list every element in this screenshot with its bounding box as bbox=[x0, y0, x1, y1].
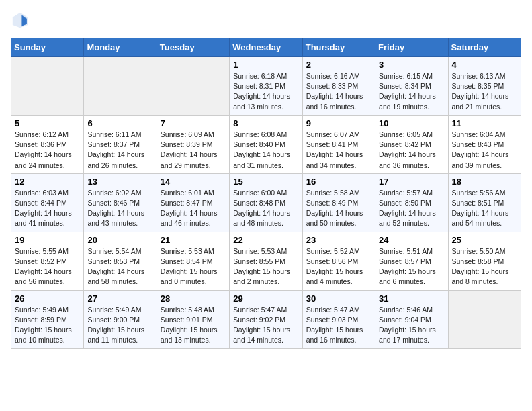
calendar-day-cell bbox=[84, 57, 157, 116]
day-info: Sunrise: 5:56 AM Sunset: 8:51 PM Dayligh… bbox=[452, 188, 517, 229]
day-number: 18 bbox=[452, 177, 517, 187]
calendar-table: SundayMondayTuesdayWednesdayThursdayFrid… bbox=[11, 38, 521, 349]
day-info: Sunrise: 6:00 AM Sunset: 8:48 PM Dayligh… bbox=[233, 188, 298, 229]
day-number: 16 bbox=[306, 177, 371, 187]
day-number: 19 bbox=[15, 235, 80, 245]
day-number: 14 bbox=[161, 177, 226, 187]
calendar-day-cell: 2Sunrise: 6:16 AM Sunset: 8:33 PM Daylig… bbox=[302, 57, 375, 116]
calendar-day-cell: 3Sunrise: 6:15 AM Sunset: 8:34 PM Daylig… bbox=[375, 57, 448, 116]
day-number: 6 bbox=[87, 118, 152, 128]
day-info: Sunrise: 6:12 AM Sunset: 8:36 PM Dayligh… bbox=[15, 130, 80, 171]
day-info: Sunrise: 5:48 AM Sunset: 9:01 PM Dayligh… bbox=[161, 305, 226, 346]
day-number: 20 bbox=[87, 235, 152, 245]
calendar-day-cell: 14Sunrise: 6:01 AM Sunset: 8:47 PM Dayli… bbox=[157, 173, 229, 232]
day-number: 2 bbox=[306, 60, 371, 70]
day-info: Sunrise: 5:49 AM Sunset: 9:00 PM Dayligh… bbox=[87, 305, 152, 346]
day-info: Sunrise: 5:54 AM Sunset: 8:53 PM Dayligh… bbox=[87, 246, 152, 287]
day-info: Sunrise: 6:16 AM Sunset: 8:33 PM Dayligh… bbox=[306, 71, 371, 112]
day-info: Sunrise: 6:02 AM Sunset: 8:46 PM Dayligh… bbox=[87, 188, 152, 229]
day-number: 30 bbox=[306, 293, 371, 304]
calendar-day-cell: 13Sunrise: 6:02 AM Sunset: 8:46 PM Dayli… bbox=[84, 173, 157, 232]
calendar-day-cell: 31Sunrise: 5:46 AM Sunset: 9:04 PM Dayli… bbox=[375, 290, 448, 349]
day-number: 10 bbox=[379, 118, 444, 128]
calendar-day-cell: 8Sunrise: 6:08 AM Sunset: 8:40 PM Daylig… bbox=[230, 115, 302, 173]
day-number: 4 bbox=[452, 60, 517, 70]
calendar-day-cell: 21Sunrise: 5:53 AM Sunset: 8:54 PM Dayli… bbox=[157, 232, 229, 290]
calendar-day-cell: 19Sunrise: 5:55 AM Sunset: 8:52 PM Dayli… bbox=[11, 232, 84, 290]
calendar-day-cell: 27Sunrise: 5:49 AM Sunset: 9:00 PM Dayli… bbox=[84, 290, 157, 349]
day-info: Sunrise: 6:07 AM Sunset: 8:41 PM Dayligh… bbox=[306, 130, 371, 171]
day-number: 8 bbox=[233, 118, 298, 128]
calendar-day-cell: 4Sunrise: 6:13 AM Sunset: 8:35 PM Daylig… bbox=[448, 57, 521, 116]
page-header bbox=[11, 11, 521, 30]
day-number: 13 bbox=[87, 177, 152, 187]
day-of-week-header: Sunday bbox=[11, 38, 84, 57]
day-info: Sunrise: 5:58 AM Sunset: 8:49 PM Dayligh… bbox=[306, 188, 371, 229]
calendar-day-cell: 29Sunrise: 5:47 AM Sunset: 9:02 PM Dayli… bbox=[230, 290, 302, 349]
day-info: Sunrise: 6:04 AM Sunset: 8:43 PM Dayligh… bbox=[452, 130, 517, 171]
calendar-day-cell: 28Sunrise: 5:48 AM Sunset: 9:01 PM Dayli… bbox=[157, 290, 229, 349]
day-info: Sunrise: 6:09 AM Sunset: 8:39 PM Dayligh… bbox=[161, 130, 226, 171]
day-of-week-header: Saturday bbox=[448, 38, 521, 57]
day-number: 25 bbox=[452, 235, 517, 245]
day-of-week-header: Thursday bbox=[302, 38, 375, 57]
calendar-day-cell: 7Sunrise: 6:09 AM Sunset: 8:39 PM Daylig… bbox=[157, 115, 229, 173]
day-info: Sunrise: 6:08 AM Sunset: 8:40 PM Dayligh… bbox=[233, 130, 298, 171]
calendar-day-cell: 24Sunrise: 5:51 AM Sunset: 8:57 PM Dayli… bbox=[375, 232, 448, 290]
day-info: Sunrise: 6:01 AM Sunset: 8:47 PM Dayligh… bbox=[161, 188, 226, 229]
day-number: 3 bbox=[379, 60, 444, 70]
calendar-week-row: 1Sunrise: 6:18 AM Sunset: 8:31 PM Daylig… bbox=[11, 57, 521, 116]
day-number: 29 bbox=[233, 293, 298, 304]
day-info: Sunrise: 5:47 AM Sunset: 9:02 PM Dayligh… bbox=[233, 305, 298, 346]
day-number: 5 bbox=[15, 118, 80, 128]
day-of-week-header: Monday bbox=[84, 38, 157, 57]
calendar-day-cell: 20Sunrise: 5:54 AM Sunset: 8:53 PM Dayli… bbox=[84, 232, 157, 290]
calendar-day-cell: 11Sunrise: 6:04 AM Sunset: 8:43 PM Dayli… bbox=[448, 115, 521, 173]
day-info: Sunrise: 5:57 AM Sunset: 8:50 PM Dayligh… bbox=[379, 188, 444, 229]
day-number: 1 bbox=[233, 60, 298, 70]
calendar-day-cell: 30Sunrise: 5:47 AM Sunset: 9:03 PM Dayli… bbox=[302, 290, 375, 349]
day-info: Sunrise: 5:47 AM Sunset: 9:03 PM Dayligh… bbox=[306, 305, 371, 346]
day-info: Sunrise: 5:49 AM Sunset: 8:59 PM Dayligh… bbox=[15, 305, 80, 346]
calendar-day-cell: 16Sunrise: 5:58 AM Sunset: 8:49 PM Dayli… bbox=[302, 173, 375, 232]
day-number: 28 bbox=[161, 293, 226, 304]
day-number: 11 bbox=[452, 118, 517, 128]
calendar-week-row: 26Sunrise: 5:49 AM Sunset: 8:59 PM Dayli… bbox=[11, 290, 521, 349]
day-info: Sunrise: 6:15 AM Sunset: 8:34 PM Dayligh… bbox=[379, 71, 444, 112]
day-number: 31 bbox=[379, 293, 444, 304]
calendar-day-cell: 17Sunrise: 5:57 AM Sunset: 8:50 PM Dayli… bbox=[375, 173, 448, 232]
day-of-week-header: Friday bbox=[375, 38, 448, 57]
calendar-day-cell: 23Sunrise: 5:52 AM Sunset: 8:56 PM Dayli… bbox=[302, 232, 375, 290]
day-number: 15 bbox=[233, 177, 298, 187]
calendar-day-cell: 5Sunrise: 6:12 AM Sunset: 8:36 PM Daylig… bbox=[11, 115, 84, 173]
day-number: 7 bbox=[161, 118, 226, 128]
day-number: 12 bbox=[15, 177, 80, 187]
day-info: Sunrise: 6:18 AM Sunset: 8:31 PM Dayligh… bbox=[233, 71, 298, 112]
calendar-day-cell bbox=[157, 57, 229, 116]
day-number: 23 bbox=[306, 235, 371, 245]
logo bbox=[11, 11, 32, 30]
day-number: 24 bbox=[379, 235, 444, 245]
day-info: Sunrise: 6:11 AM Sunset: 8:37 PM Dayligh… bbox=[87, 130, 152, 171]
day-info: Sunrise: 6:13 AM Sunset: 8:35 PM Dayligh… bbox=[452, 71, 517, 112]
day-number: 17 bbox=[379, 177, 444, 187]
calendar-day-cell: 12Sunrise: 6:03 AM Sunset: 8:44 PM Dayli… bbox=[11, 173, 84, 232]
calendar-day-cell: 9Sunrise: 6:07 AM Sunset: 8:41 PM Daylig… bbox=[302, 115, 375, 173]
day-info: Sunrise: 5:53 AM Sunset: 8:54 PM Dayligh… bbox=[161, 246, 226, 287]
day-info: Sunrise: 5:46 AM Sunset: 9:04 PM Dayligh… bbox=[379, 305, 444, 346]
calendar-week-row: 12Sunrise: 6:03 AM Sunset: 8:44 PM Dayli… bbox=[11, 173, 521, 232]
calendar-day-cell: 18Sunrise: 5:56 AM Sunset: 8:51 PM Dayli… bbox=[448, 173, 521, 232]
day-info: Sunrise: 5:51 AM Sunset: 8:57 PM Dayligh… bbox=[379, 246, 444, 287]
day-number: 9 bbox=[306, 118, 371, 128]
day-info: Sunrise: 5:55 AM Sunset: 8:52 PM Dayligh… bbox=[15, 246, 80, 287]
day-info: Sunrise: 5:53 AM Sunset: 8:55 PM Dayligh… bbox=[233, 246, 298, 287]
day-info: Sunrise: 5:50 AM Sunset: 8:58 PM Dayligh… bbox=[452, 246, 517, 287]
calendar-day-cell: 25Sunrise: 5:50 AM Sunset: 8:58 PM Dayli… bbox=[448, 232, 521, 290]
calendar-day-cell: 22Sunrise: 5:53 AM Sunset: 8:55 PM Dayli… bbox=[230, 232, 302, 290]
day-of-week-header: Wednesday bbox=[230, 38, 302, 57]
day-number: 22 bbox=[233, 235, 298, 245]
calendar-week-row: 19Sunrise: 5:55 AM Sunset: 8:52 PM Dayli… bbox=[11, 232, 521, 290]
day-info: Sunrise: 6:03 AM Sunset: 8:44 PM Dayligh… bbox=[15, 188, 80, 229]
calendar-header: SundayMondayTuesdayWednesdayThursdayFrid… bbox=[11, 38, 521, 57]
calendar-day-cell bbox=[11, 57, 84, 116]
